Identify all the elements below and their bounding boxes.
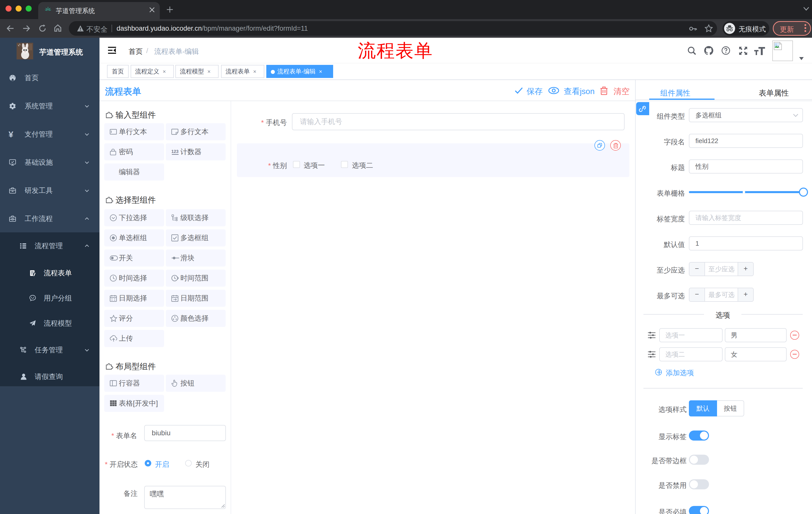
svg-text:123: 123 — [171, 149, 179, 154]
